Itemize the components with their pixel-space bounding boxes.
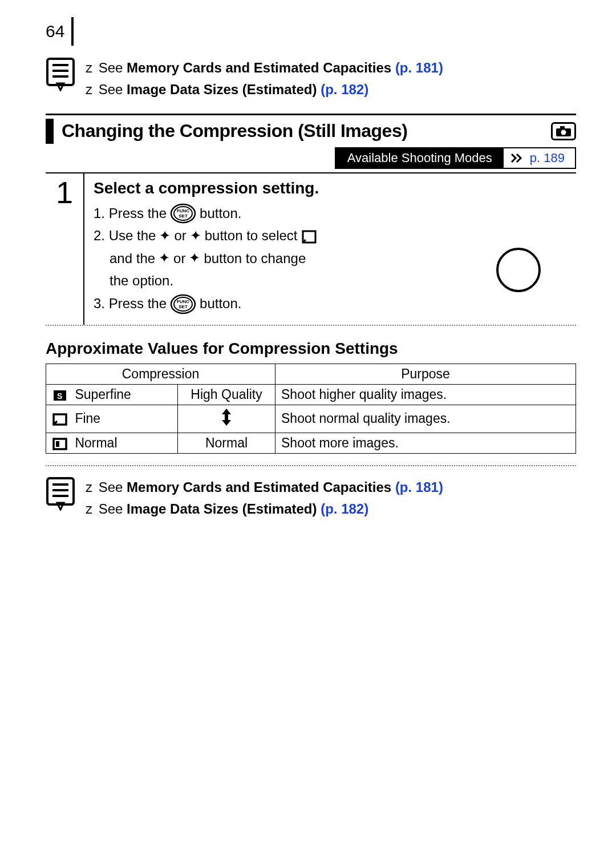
left-arrow-icon: ✦ (159, 251, 170, 265)
superfine-icon: S (52, 389, 68, 402)
page-number: 64 (46, 17, 74, 46)
note-line: z See Memory Cards and Estimated Capacit… (86, 57, 443, 79)
page-ref-link[interactable]: (p. 181) (395, 60, 443, 75)
available-modes-box: Available Shooting Modes p. 189 (335, 147, 576, 169)
svg-text:FUNC: FUNC (177, 208, 189, 213)
note-document-icon (46, 57, 75, 94)
step-title: Select a compression setting. (94, 179, 576, 197)
instruction-line: 2. Use the ✦ or ✦ button to select (94, 225, 576, 246)
svg-text:SET: SET (179, 213, 188, 219)
table-row: Fine Shoot normal quality images. (46, 405, 576, 433)
right-arrow-icon: ✦ (189, 251, 200, 265)
table-header: Compression (46, 364, 275, 384)
step-number: 1 (46, 173, 84, 325)
svg-rect-18 (56, 441, 59, 447)
page-ref-link[interactable]: (p. 181) (395, 479, 443, 495)
sub-heading: Approximate Values for Compression Setti… (46, 340, 576, 358)
camera-mode-icon (551, 122, 576, 140)
page-ref-link[interactable]: (p. 182) (321, 82, 368, 97)
normal-icon (52, 437, 68, 451)
note-block-bottom: z See Memory Cards and Estimated Capacit… (46, 477, 576, 520)
note-line: z See Image Data Sizes (Estimated) (p. 1… (86, 79, 443, 100)
table-header: Purpose (275, 364, 576, 384)
table-row: Normal Normal Shoot more images. (46, 433, 576, 453)
instruction-line: 3. Press the FUNCSET button. (94, 292, 576, 314)
fine-icon (52, 413, 68, 426)
illustration-placeholder-circle (496, 248, 541, 292)
available-modes-label: Available Shooting Modes (336, 148, 504, 168)
page-header: 64 (46, 17, 576, 46)
instruction-line: 1. Press the FUNCSET button. (94, 202, 576, 224)
svg-marker-17 (222, 409, 231, 426)
svg-point-7 (561, 130, 566, 135)
svg-rect-6 (560, 126, 565, 129)
note-line: z See Memory Cards and Estimated Capacit… (86, 477, 443, 498)
heading-accent-bar (46, 119, 54, 144)
section-title: Changing the Compression (Still Images) (62, 120, 545, 142)
up-down-arrow-icon (220, 415, 233, 430)
up-arrow-icon: ✦ (159, 229, 171, 243)
double-chevron-icon (504, 148, 528, 168)
step-block: 1 Select a compression setting. 1. Press… (46, 172, 576, 326)
page-ref-link[interactable]: p. 189 (528, 148, 575, 168)
compression-table: Compression Purpose S Superfine High Qua… (46, 364, 576, 454)
func-set-button-icon: FUNCSET (170, 202, 196, 224)
divider (46, 465, 576, 466)
table-row: S Superfine High Quality Shoot higher qu… (46, 384, 576, 405)
compression-rect-icon (301, 225, 317, 246)
svg-text:FUNC: FUNC (177, 299, 189, 304)
note-line: z See Image Data Sizes (Estimated) (p. 1… (86, 498, 443, 520)
svg-text:SET: SET (179, 304, 188, 309)
note-document-icon (46, 477, 75, 513)
section-heading: Changing the Compression (Still Images) (46, 114, 576, 144)
note-block-top: z See Memory Cards and Estimated Capacit… (46, 57, 576, 101)
page-ref-link[interactable]: (p. 182) (321, 501, 368, 516)
svg-text:S: S (57, 391, 62, 401)
func-set-button-icon: FUNCSET (170, 292, 196, 314)
down-arrow-icon: ✦ (190, 229, 201, 243)
